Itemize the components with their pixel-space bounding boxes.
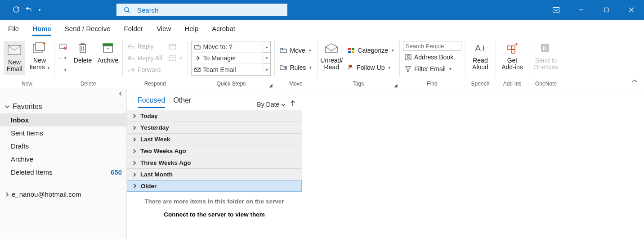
nav-item-archive[interactable]: Archive — [0, 153, 126, 166]
quick-steps-gallery[interactable]: Move to: ? To Manager Team Email — [191, 41, 263, 76]
group-label-addins: Add-ins — [503, 80, 522, 88]
unread-read-button[interactable]: Unread/ Read — [321, 41, 342, 71]
quick-step-move-to[interactable]: Move to: ? — [192, 41, 263, 53]
tab-folder[interactable]: Folder — [124, 21, 143, 36]
chevron-right-icon — [132, 137, 137, 142]
search-people-input[interactable] — [403, 41, 461, 51]
sort-order-toggle[interactable] — [290, 100, 295, 108]
msg-group-last-month[interactable]: Last Month — [127, 168, 302, 180]
reply-all-button[interactable]: Reply All — [126, 53, 164, 63]
follow-up-dropdown[interactable]: Follow Up▾ — [346, 62, 396, 73]
undo-icon[interactable] — [25, 6, 32, 14]
close-button[interactable] — [619, 0, 644, 20]
tags-launcher[interactable]: ◢ — [394, 83, 398, 88]
nav-item-inbox[interactable]: Inbox — [0, 113, 126, 126]
connect-to-server-label: Connect to the server to view them — [127, 207, 302, 222]
tab-focused[interactable]: Focused — [138, 96, 165, 108]
tab-send-receive[interactable]: Send / Receive — [65, 21, 111, 36]
tab-file[interactable]: File — [8, 21, 19, 36]
ignore-button[interactable] — [58, 41, 68, 52]
group-onenote: N Send to OneNote OneNote — [529, 36, 563, 89]
group-find: Address Book Filter Email▾ Find — [399, 36, 465, 89]
new-email-icon — [8, 43, 21, 57]
archive-button[interactable]: Archive — [97, 41, 119, 64]
rules-dropdown[interactable]: Rules▾ — [278, 62, 313, 73]
quick-step-to-manager[interactable]: To Manager — [192, 53, 263, 64]
quick-steps-up[interactable]: ▴ — [263, 41, 270, 53]
search-box[interactable]: Search — [116, 4, 287, 16]
collapse-nav-icon[interactable] — [118, 91, 123, 98]
new-email-button[interactable]: New Email — [4, 41, 25, 75]
svg-rect-2 — [553, 7, 559, 13]
qat-customize-icon[interactable]: ▾ — [39, 8, 41, 12]
junk-dropdown[interactable]: ▾ — [58, 53, 68, 63]
tab-acrobat[interactable]: Acrobat — [212, 21, 235, 36]
favorites-header[interactable]: Favorites — [0, 100, 126, 113]
quick-steps-down[interactable]: ▾ — [263, 53, 270, 64]
nav-item-drafts[interactable]: Drafts — [0, 140, 126, 153]
nav-item-deleted-items[interactable]: Deleted Items 650 — [0, 166, 126, 179]
more-respond-dropdown[interactable]: ▾ — [167, 53, 184, 63]
quick-step-team-email[interactable]: Team Email — [192, 64, 263, 75]
arrow-up-icon — [290, 100, 295, 107]
archive-icon — [102, 41, 114, 55]
account-header[interactable]: e_nanou@hotmail.com — [0, 188, 126, 201]
read-aloud-button[interactable]: A Read Aloud — [469, 41, 492, 71]
msg-group-older[interactable]: Older — [127, 180, 302, 192]
categorize-dropdown[interactable]: Categorize▾ — [346, 45, 396, 56]
svg-rect-34 — [508, 46, 511, 50]
delete-button[interactable]: Delete — [72, 41, 94, 64]
rules-icon — [280, 64, 287, 71]
tab-view[interactable]: View — [157, 21, 171, 36]
svg-rect-35 — [511, 46, 515, 50]
tab-help[interactable]: Help — [184, 21, 198, 36]
forward-button[interactable]: Forward — [126, 64, 164, 75]
svg-text:N: N — [543, 45, 547, 52]
send-to-onenote-button[interactable]: N Send to OneNote — [532, 41, 559, 71]
collapse-ribbon-icon[interactable] — [631, 78, 644, 89]
msg-group-two-weeks-ago[interactable]: Two Weeks Ago — [127, 145, 302, 157]
address-book-button[interactable]: Address Book — [403, 52, 461, 63]
chevron-right-icon — [4, 192, 10, 197]
chevron-down-icon — [4, 104, 10, 109]
search-icon — [123, 6, 130, 14]
window-controls — [543, 0, 644, 20]
group-new: New Email New Items ▾ New — [0, 36, 54, 89]
msg-group-last-week[interactable]: Last Week — [127, 133, 302, 145]
svg-rect-36 — [511, 50, 515, 53]
group-label-move: Move — [289, 80, 302, 88]
group-label-new: New — [22, 80, 32, 88]
svg-rect-23 — [170, 44, 176, 49]
delete-icon — [78, 41, 88, 55]
meeting-button[interactable] — [167, 41, 184, 52]
sort-by-date[interactable]: By Date — [257, 101, 286, 108]
minimize-button[interactable] — [568, 0, 594, 20]
search-placeholder: Search — [137, 6, 159, 14]
move-dropdown[interactable]: Move▾ — [278, 45, 313, 56]
chevron-right-icon — [132, 161, 137, 165]
title-bar: ▾ Search — [0, 0, 644, 20]
ribbon-display-icon[interactable] — [543, 0, 568, 20]
content-area: Favorites Inbox Sent Items Drafts Archiv… — [0, 89, 644, 239]
group-label-speech: Speech — [471, 80, 490, 88]
onenote-icon: N — [540, 41, 552, 55]
tab-home[interactable]: Home — [32, 21, 51, 36]
get-addins-button[interactable]: Get Add-ins — [499, 41, 525, 71]
group-addins: Get Add-ins Add-ins — [496, 36, 529, 89]
msg-group-today[interactable]: Today — [127, 110, 302, 122]
new-items-button[interactable]: New Items ▾ — [29, 41, 50, 71]
reply-button[interactable]: Reply — [126, 41, 164, 52]
filter-email-dropdown[interactable]: Filter Email▾ — [403, 63, 461, 74]
reply-all-icon — [128, 55, 135, 61]
nav-item-sent-items[interactable]: Sent Items — [0, 126, 126, 140]
msg-group-three-weeks-ago[interactable]: Three Weeks Ago — [127, 157, 302, 168]
cleanup-dropdown[interactable]: ▾ — [58, 64, 68, 75]
chevron-right-icon — [132, 126, 137, 130]
sync-icon[interactable] — [13, 6, 20, 14]
quick-steps-launcher[interactable]: ◢ — [269, 83, 273, 88]
maximize-button[interactable] — [594, 0, 619, 20]
quick-steps-more[interactable]: ▾ — [263, 64, 270, 75]
forward-small-icon — [194, 55, 201, 61]
msg-group-yesterday[interactable]: Yesterday — [127, 122, 302, 133]
tab-other[interactable]: Other — [173, 96, 191, 108]
